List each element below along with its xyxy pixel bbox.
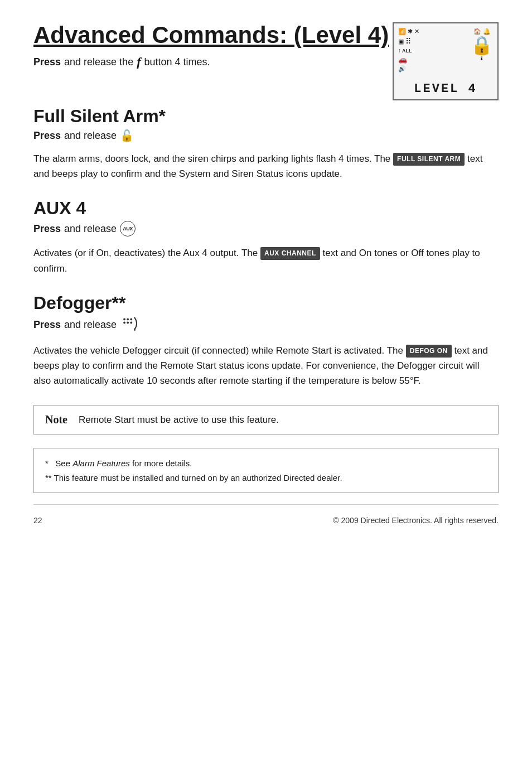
svg-point-2: [130, 318, 132, 320]
bell-icon: 🔔: [483, 28, 491, 35]
defogger-body: Activates the vehicle Defogger circuit (…: [33, 343, 499, 389]
copyright-text: © 2009 Directed Electronics. All rights …: [333, 516, 499, 525]
footnote-1-text: * See Alarm Features for more details.: [45, 458, 192, 468]
fas-press: Press: [33, 130, 61, 142]
level4-image: 📶 ✱ ✕ ▣ ⠿ ↑ ALL 🚗: [393, 22, 499, 100]
page-number: 22: [33, 516, 42, 525]
aux4-body1: Activates (or if On, deactivates) the Au…: [33, 248, 258, 258]
full-silent-arm-body: The alarm arms, doors lock, and the sire…: [33, 151, 499, 181]
svg-point-1: [127, 318, 129, 320]
intro-middle: and release the: [64, 56, 133, 68]
defog-button-icon: [121, 316, 142, 334]
note-label: Note: [45, 413, 67, 426]
aux4-press-rest: and release: [64, 223, 117, 235]
aux4-subtitle: Press and release AUX: [33, 221, 499, 236]
all-text: ALL: [402, 48, 412, 54]
svg-point-5: [130, 321, 132, 324]
full-silent-arm-subtitle: Press and release 🔓: [33, 129, 499, 142]
level4-text: LEVEL 4: [414, 82, 477, 96]
aux4-press: Press: [33, 223, 61, 235]
thermometer-row: 🌡: [479, 55, 485, 61]
aux4-section: AUX 4 Press and release AUX Activates (o…: [33, 198, 499, 276]
intro-line: Press and release the f button 4 times.: [33, 55, 393, 69]
svg-point-3: [123, 321, 125, 324]
f-symbol: f: [137, 55, 141, 69]
full-silent-arm-section: Full Silent Arm* Press and release 🔓 The…: [33, 106, 499, 181]
defog-press: Press: [33, 319, 61, 331]
defogger-section: Defogger** Press and release: [33, 293, 499, 389]
aux-button-icon: AUX: [120, 221, 136, 236]
dot-icon: ⠿: [405, 37, 411, 46]
page-footer: 22 © 2009 Directed Electronics. All righ…: [33, 516, 499, 525]
defogger-subtitle: Press and release: [33, 316, 499, 334]
note-box: Note Remote Start must be active to use …: [33, 405, 499, 434]
header-left: Advanced Commands: (Level 4) Press and r…: [33, 22, 393, 86]
fas-press-rest: and release: [64, 130, 117, 142]
footnote-box: * See Alarm Features for more details. *…: [33, 448, 499, 493]
svg-point-4: [127, 321, 129, 324]
footnote-2-text: ** This feature must be installed and tu…: [45, 473, 342, 482]
speaker-icon: 🔊: [398, 65, 406, 73]
intro-press: Press: [33, 56, 61, 68]
note-text: Remote Start must be active to use this …: [79, 414, 279, 426]
svg-point-0: [123, 318, 125, 320]
screen-icon: ▣: [398, 38, 404, 45]
footer-divider: [33, 504, 499, 505]
x-icon: ✕: [414, 28, 419, 35]
house-icon: 🏠: [473, 28, 481, 35]
footnote-1: * See Alarm Features for more details.: [45, 456, 487, 471]
page-header: Advanced Commands: (Level 4) Press and r…: [33, 22, 499, 100]
fas-body1: The alarm arms, doors lock, and the sire…: [33, 153, 390, 164]
defog-press-rest: and release: [64, 319, 117, 331]
car-icon: 🚗: [398, 55, 407, 64]
lock-icon-large: 🔒: [471, 36, 493, 54]
page-title: Advanced Commands: (Level 4): [33, 22, 393, 48]
therm-icon: 🌡: [479, 55, 485, 61]
full-silent-arm-badge: FULL SILENT ARM: [393, 153, 465, 166]
lock-button-icon: 🔓: [120, 129, 134, 142]
aux-channel-badge: AUX CHANNEL: [260, 247, 320, 260]
footnote-2: ** This feature must be installed and tu…: [45, 471, 487, 485]
arrow-up-icon: ↑: [398, 47, 401, 54]
aux4-body: Activates (or if On, deactivates) the Au…: [33, 245, 499, 276]
star-icon: ✱: [408, 28, 413, 35]
defog-body1: Activates the vehicle Defogger circuit (…: [33, 345, 403, 356]
defogger-title: Defogger**: [33, 293, 499, 313]
full-silent-arm-title: Full Silent Arm*: [33, 106, 499, 127]
aux4-title: AUX 4: [33, 198, 499, 219]
page-wrapper: Advanced Commands: (Level 4) Press and r…: [33, 22, 499, 525]
intro-end: button 4 times.: [144, 56, 210, 68]
signal-icon: 📶: [398, 28, 406, 35]
defog-on-badge: DEFOG ON: [406, 345, 452, 358]
